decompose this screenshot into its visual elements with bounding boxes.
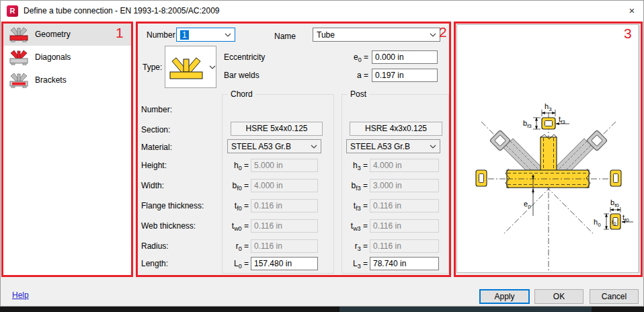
apply-button[interactable]: Apply xyxy=(479,289,530,304)
post-bf3-input xyxy=(370,179,439,192)
row-label-number: Number: xyxy=(141,105,172,114)
row-label-web-thickness: Web thickness: xyxy=(141,221,196,231)
type-select[interactable] xyxy=(165,46,216,88)
e0-param-label: e0 = xyxy=(339,52,368,63)
name-label: Name xyxy=(274,32,296,41)
connection-diagram: h3 bf3 tf3 e0 bf0 h0 t xyxy=(457,25,639,272)
svg-text:h0: h0 xyxy=(594,218,601,228)
chevron-down-icon xyxy=(311,145,317,149)
geometry-icon xyxy=(9,26,29,42)
post-material-select[interactable]: STEEL A53 Gr.B xyxy=(346,139,440,153)
app-icon: R xyxy=(7,5,18,17)
chord-L0-input[interactable] xyxy=(251,257,318,270)
sidebar-item-label: Diagonals xyxy=(35,52,71,62)
post-h3-input xyxy=(370,159,439,172)
post-r3-label: r3 = xyxy=(339,241,368,252)
chord-section-detail: bf0 h0 tf0 r0 xyxy=(594,198,633,229)
chord-tf0-input xyxy=(251,199,318,212)
row-label-material: Material: xyxy=(141,143,172,152)
eccentricity-label: Eccentricity xyxy=(224,52,265,62)
row-label-flange-thickness: Flange thickness: xyxy=(141,201,204,210)
chord-material-select[interactable]: STEEL A53 Gr.B xyxy=(227,139,321,153)
chord-group-label: Chord xyxy=(228,89,255,99)
post-tw3-label: tw3 = xyxy=(339,221,368,232)
svg-text:e0: e0 xyxy=(524,200,531,210)
type-label: Type: xyxy=(143,63,162,72)
row-label-length: Length: xyxy=(141,259,168,268)
chord-L0-label: L0 = xyxy=(222,259,249,270)
chord-r0-label: r0 = xyxy=(222,241,249,252)
post-section-button[interactable]: HSRE 4x3x0.125 xyxy=(350,122,442,136)
brackets-icon xyxy=(9,72,29,88)
row-label-width: Width: xyxy=(141,181,164,190)
chevron-down-icon xyxy=(209,65,216,69)
post-h3-label: h3 = xyxy=(339,161,368,171)
post-tf3-label: tf3 = xyxy=(339,201,368,212)
chord-section-right xyxy=(610,170,621,186)
chord-h0-input xyxy=(251,159,318,172)
chevron-down-icon xyxy=(430,145,436,149)
chord-r0-input xyxy=(251,239,318,253)
post-L3-label: L3 = xyxy=(339,259,368,270)
chevron-down-icon xyxy=(225,33,231,37)
svg-text:tf0: tf0 xyxy=(622,213,629,223)
title-bar: R Define a tube connection - EN 1993-1-8… xyxy=(0,0,644,22)
sidebar-item-label: Geometry xyxy=(35,30,71,39)
row-label-radius: Radius: xyxy=(141,241,169,251)
number-label: Number xyxy=(147,30,175,40)
connection-preview: h3 bf3 tf3 e0 bf0 h0 t xyxy=(456,24,639,273)
post-bf3-label: bf3 = xyxy=(339,181,368,192)
chord-member xyxy=(506,169,590,188)
sidebar-item-diagonals[interactable]: Diagonals xyxy=(3,46,132,69)
row-label-height: Height: xyxy=(141,161,167,170)
close-icon[interactable]: × xyxy=(622,2,642,20)
chord-bf0-label: bf0 = xyxy=(222,181,249,192)
chord-bf0-input xyxy=(251,179,318,192)
background-strip xyxy=(0,307,644,312)
post-tw3-input xyxy=(370,219,439,233)
name-select[interactable]: Tube xyxy=(313,28,440,42)
number-select[interactable]: 1 xyxy=(176,28,235,42)
ok-button[interactable]: OK xyxy=(534,289,583,304)
e0-input[interactable] xyxy=(372,50,438,64)
svg-text:bf0: bf0 xyxy=(610,198,619,208)
chord-tw0-label: tw0 = xyxy=(222,221,249,232)
svg-text:tf3: tf3 xyxy=(559,115,565,125)
bar-welds-label: Bar welds xyxy=(224,71,259,80)
diagonals-icon xyxy=(9,49,29,65)
svg-text:bf3: bf3 xyxy=(523,119,532,129)
row-label-section: Section: xyxy=(141,125,170,134)
chord-tf0-label: tf0 = xyxy=(222,201,249,212)
window-title: Define a tube connection - EN 1993-1-8:2… xyxy=(24,6,220,15)
post-tf3-input xyxy=(370,199,439,212)
post-L3-input[interactable] xyxy=(370,257,439,270)
help-link[interactable]: Help xyxy=(12,290,29,300)
sidebar-item-label: Brackets xyxy=(35,75,67,85)
a-input[interactable] xyxy=(372,69,438,82)
sidebar-item-brackets[interactable]: Brackets xyxy=(3,69,132,91)
post-section-detail: h3 bf3 tf3 xyxy=(523,102,569,129)
chevron-down-icon xyxy=(430,33,436,37)
cancel-button[interactable]: Cancel xyxy=(590,289,639,304)
post-r3-input xyxy=(370,239,439,253)
svg-text:h3: h3 xyxy=(545,102,552,112)
post-group-label: Post xyxy=(348,89,369,99)
chord-h0-label: h0 = xyxy=(222,161,249,171)
a-param-label: a = xyxy=(339,71,368,80)
truss-type-icon xyxy=(169,54,204,80)
chord-tw0-input xyxy=(251,219,318,233)
post-member xyxy=(540,134,557,171)
sidebar-item-geometry[interactable]: Geometry xyxy=(3,23,132,46)
sidebar: Geometry Diagonals Brackets xyxy=(3,23,132,275)
chord-section-left xyxy=(476,170,487,186)
chord-section-button[interactable]: HSRE 5x4x0.125 xyxy=(231,122,323,136)
